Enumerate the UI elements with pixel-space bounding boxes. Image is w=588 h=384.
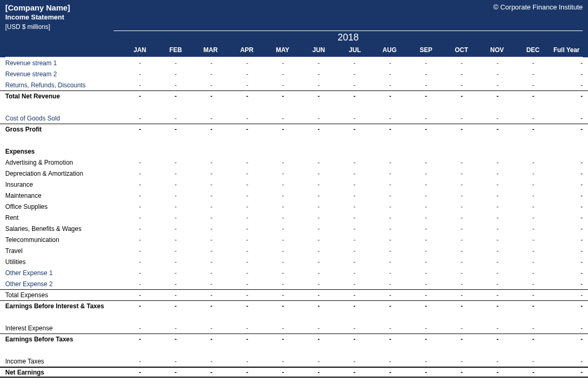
cell: - — [144, 302, 180, 310]
cell: - — [108, 336, 144, 343]
row-rent: Rent------------- — [0, 212, 588, 223]
cell: - — [180, 369, 216, 376]
cell: - — [359, 291, 394, 299]
cell: - — [538, 247, 588, 255]
cell: - — [180, 280, 216, 288]
cell: - — [287, 93, 323, 100]
cell: - — [144, 93, 180, 100]
month-header-mar: MAR — [185, 44, 221, 57]
cell: - — [394, 247, 430, 255]
cell: - — [323, 203, 359, 210]
row-earnings-before-interest-taxes: Earnings Before Interest & Taxes--------… — [0, 300, 588, 311]
cell: - — [394, 59, 430, 67]
month-header-full-year: Full Year — [543, 44, 583, 57]
cell: - — [502, 70, 538, 78]
cell: - — [287, 325, 323, 332]
cell: - — [287, 203, 323, 210]
row-revenue-stream-2: Revenue stream 2------------- — [0, 68, 588, 79]
cell: - — [502, 236, 538, 244]
cell: - — [502, 93, 538, 100]
cell: - — [430, 126, 466, 133]
row-label: Revenue stream 2 — [0, 70, 108, 78]
cell: - — [466, 126, 502, 133]
spacer-row — [0, 102, 588, 113]
month-header-oct: OCT — [435, 44, 471, 57]
cell: - — [180, 336, 216, 343]
cell: - — [180, 358, 216, 365]
cell: - — [144, 181, 180, 188]
row-office-supplies: Office Supplies------------- — [0, 201, 588, 212]
cell: - — [251, 336, 287, 343]
cell: - — [287, 214, 323, 221]
cell: - — [538, 203, 588, 210]
cell: - — [216, 291, 251, 299]
row-other-expense-1: Other Expense 1------------- — [0, 267, 588, 278]
cell: - — [216, 59, 251, 67]
cell: - — [323, 70, 359, 78]
row-label: Advertising & Promotion — [0, 159, 108, 166]
cell: - — [287, 59, 323, 67]
header-top: [Company Name] © Corporate Finance Insti… — [5, 3, 583, 12]
cell: - — [502, 358, 538, 365]
cell: - — [502, 336, 538, 343]
cell: - — [430, 159, 466, 166]
row-label: Rent — [0, 214, 108, 221]
row-label: Other Expense 1 — [0, 269, 108, 277]
cell: - — [466, 192, 502, 199]
cell: - — [394, 236, 430, 244]
cell: - — [108, 258, 144, 266]
cell: - — [251, 325, 287, 332]
month-header-aug: AUG — [364, 44, 400, 57]
cell: - — [466, 325, 502, 332]
cell: - — [466, 369, 502, 376]
row-total-net-revenue: Total Net Revenue------------- — [0, 90, 588, 102]
cell: - — [251, 70, 287, 78]
cell: - — [394, 93, 430, 100]
month-header-apr: APR — [221, 44, 257, 57]
row-label: Expenses — [0, 148, 108, 155]
row-label: Depreciation & Amortization — [0, 170, 108, 177]
cell: - — [359, 170, 394, 177]
cell: - — [216, 247, 251, 255]
cell: - — [394, 369, 430, 376]
cell: - — [323, 214, 359, 221]
cell: - — [359, 115, 394, 122]
cell: - — [502, 302, 538, 310]
cell: - — [394, 258, 430, 266]
cell: - — [430, 181, 466, 188]
cell: - — [466, 203, 502, 210]
cell: - — [287, 225, 323, 233]
month-header-jun: JUN — [292, 44, 328, 57]
cell: - — [466, 225, 502, 233]
cell: - — [323, 302, 359, 310]
cell: - — [430, 325, 466, 332]
cell: - — [108, 225, 144, 233]
cell: - — [180, 236, 216, 244]
cell: - — [180, 291, 216, 299]
cell: - — [144, 269, 180, 277]
cell: - — [538, 325, 588, 332]
row-insurance: Insurance------------- — [0, 179, 588, 190]
cell: - — [144, 258, 180, 266]
cell: - — [502, 159, 538, 166]
cell: - — [144, 225, 180, 233]
cell: - — [394, 269, 430, 277]
cell: - — [287, 115, 323, 122]
cell: - — [287, 302, 323, 310]
cell: - — [216, 126, 251, 133]
cell: - — [430, 192, 466, 199]
cell: - — [538, 269, 588, 277]
units: [USD $ millions] — [5, 23, 583, 31]
cell: - — [430, 70, 466, 78]
cell: - — [359, 214, 394, 221]
cell: - — [394, 203, 430, 210]
cell: - — [216, 336, 251, 343]
cell: - — [359, 192, 394, 199]
cell: - — [144, 203, 180, 210]
row-depreciation-amortization: Depreciation & Amortization------------- — [0, 168, 588, 179]
cell: - — [502, 126, 538, 133]
cell: - — [251, 192, 287, 199]
row-total-expenses: Total Expenses------------- — [0, 289, 588, 300]
cell: - — [430, 336, 466, 343]
cell: - — [144, 59, 180, 67]
